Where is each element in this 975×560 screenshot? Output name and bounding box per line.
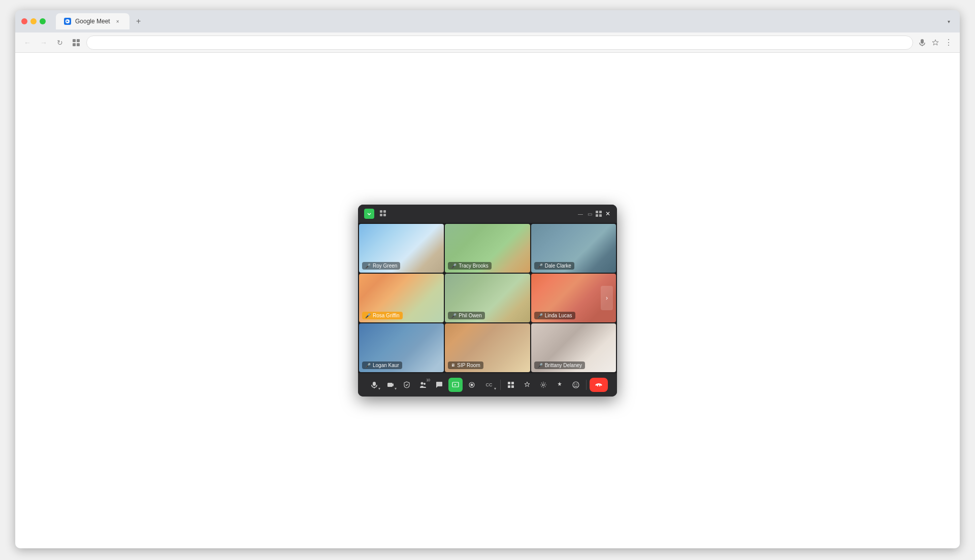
name-tag-phil: 🎤 Phil Owen: [448, 312, 485, 319]
tab-favicon: [64, 18, 71, 25]
end-call-button[interactable]: [590, 378, 608, 392]
browser-content: — ▭ ✕: [15, 53, 960, 548]
activities-button[interactable]: [552, 378, 567, 392]
svg-point-28: [573, 382, 579, 388]
participant-cell-tracy[interactable]: 🎤 Tracy Brooks: [445, 224, 530, 273]
security-button[interactable]: [400, 378, 414, 392]
name-tag-rosa: 🎤 Rosa Griffin: [362, 312, 403, 319]
svg-rect-8: [383, 210, 386, 213]
control-bar: ▾ ▾: [358, 373, 617, 397]
svg-point-27: [542, 384, 544, 386]
name-label-logan: Logan Kaur: [373, 363, 399, 368]
new-tab-button[interactable]: +: [132, 14, 146, 28]
mic-icon-roy: 🎤: [365, 263, 371, 269]
back-button[interactable]: ←: [21, 37, 34, 49]
participant-cell-brittany[interactable]: 🎤 Brittany Delaney: [531, 323, 616, 372]
svg-point-29: [574, 384, 575, 385]
mic-icon-logan: 🎤: [365, 363, 371, 368]
browser-window: Google Meet × + ▾ ← → ↻: [15, 10, 960, 548]
tab-title: Google Meet: [75, 18, 110, 25]
minimize-win-button[interactable]: —: [577, 211, 583, 217]
extensions-button[interactable]: [70, 37, 82, 49]
name-tag-linda: 🎤 Linda Lucas: [534, 312, 575, 319]
svg-point-18: [421, 382, 424, 385]
svg-rect-7: [380, 210, 382, 213]
browser-toolbar: ← → ↻ ⋮: [15, 32, 960, 53]
grid-win-button[interactable]: [596, 211, 602, 217]
more-menu-button[interactable]: ⋮: [944, 38, 954, 48]
svg-rect-5: [921, 39, 924, 44]
reactions-button[interactable]: [520, 378, 534, 392]
mic-button[interactable]: ▾: [367, 378, 381, 392]
control-separator-2: [586, 380, 587, 390]
svg-rect-15: [373, 382, 376, 386]
participants-button[interactable]: 10: [416, 378, 430, 392]
maximize-button[interactable]: [40, 18, 46, 24]
address-bar[interactable]: [86, 36, 913, 50]
close-win-button[interactable]: ✕: [605, 211, 611, 217]
active-tab[interactable]: Google Meet ×: [56, 13, 129, 29]
svg-point-30: [576, 384, 577, 385]
mic-icon-rosa: 🎤: [365, 313, 371, 318]
window-controls: — ▭ ✕: [577, 211, 611, 217]
mic-icon-phil: 🎤: [451, 313, 457, 318]
captions-label: CC: [486, 382, 493, 387]
present-button[interactable]: [448, 378, 463, 392]
record-button[interactable]: [465, 378, 479, 392]
mic-icon-brittany: 🎤: [537, 363, 543, 368]
next-page-button[interactable]: ›: [601, 286, 613, 310]
forward-button[interactable]: →: [38, 37, 50, 49]
svg-rect-25: [508, 385, 510, 388]
svg-rect-4: [77, 43, 80, 46]
name-label-rosa: Rosa Griffin: [373, 313, 400, 318]
name-tag-brittany: 🎤 Brittany Delaney: [534, 361, 585, 369]
participant-cell-dale[interactable]: 🎤 Dale Clarke: [531, 224, 616, 273]
participant-cell-phil[interactable]: 🎤 Phil Owen: [445, 274, 530, 322]
toolbar-right: ⋮: [917, 38, 954, 48]
svg-rect-12: [599, 211, 602, 213]
grid-view-button[interactable]: [504, 378, 518, 392]
video-apps-icon[interactable]: [379, 210, 386, 218]
close-button[interactable]: [21, 18, 27, 24]
mic-toolbar-icon[interactable]: [917, 38, 927, 48]
star-icon[interactable]: [930, 38, 940, 48]
tab-dropdown-button[interactable]: ▾: [944, 16, 954, 26]
mic-icon-linda: 🎤: [537, 313, 543, 318]
chat-button[interactable]: [432, 378, 446, 392]
browser-titlebar: Google Meet × + ▾: [15, 10, 960, 32]
svg-rect-10: [383, 214, 386, 216]
svg-point-22: [471, 384, 473, 386]
captions-button[interactable]: CC ▾: [481, 378, 497, 392]
mic-icon-tracy: 🎤: [451, 263, 457, 269]
tab-close-icon[interactable]: ×: [114, 18, 121, 25]
participant-cell-rosa[interactable]: 🎤 Rosa Griffin: [359, 274, 444, 322]
mic-icon-dale: 🎤: [537, 263, 543, 269]
svg-rect-14: [599, 214, 602, 217]
emoji-button[interactable]: [569, 378, 583, 392]
refresh-button[interactable]: ↻: [54, 37, 66, 49]
name-tag-logan: 🎤 Logan Kaur: [362, 361, 402, 369]
svg-point-19: [424, 383, 426, 385]
participant-cell-roy[interactable]: 🎤 Roy Green: [359, 224, 444, 273]
svg-rect-2: [77, 39, 80, 42]
control-separator-1: [500, 380, 501, 390]
svg-rect-17: [387, 383, 393, 387]
name-label-roy: Roy Green: [373, 263, 397, 269]
name-label-sip: SIP Room: [457, 363, 480, 368]
participant-cell-sip[interactable]: 🖥 SIP Room: [445, 323, 530, 372]
traffic-lights: [21, 18, 46, 24]
name-label-linda: Linda Lucas: [545, 313, 572, 318]
svg-rect-24: [511, 382, 514, 384]
camera-button[interactable]: ▾: [383, 378, 398, 392]
restore-win-button[interactable]: ▭: [587, 211, 593, 217]
svg-rect-11: [596, 211, 598, 213]
svg-rect-13: [596, 214, 598, 217]
name-label-phil: Phil Owen: [459, 313, 482, 318]
svg-rect-23: [508, 382, 510, 384]
settings-button[interactable]: [536, 378, 550, 392]
participant-cell-logan[interactable]: 🎤 Logan Kaur: [359, 323, 444, 372]
svg-rect-3: [73, 43, 76, 46]
meet-logo: [364, 209, 374, 219]
minimize-button[interactable]: [30, 18, 37, 24]
svg-rect-1: [73, 39, 76, 42]
